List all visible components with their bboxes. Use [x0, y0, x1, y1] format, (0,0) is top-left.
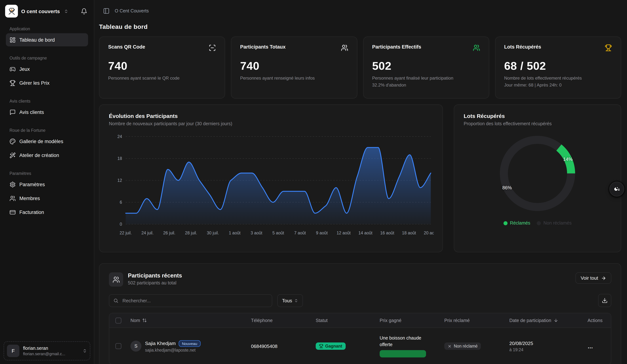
user-menu[interactable]: F florian.seran florian.seran@gmail.c...	[4, 341, 90, 360]
donut-legend: RéclamésNon réclamés	[464, 221, 611, 226]
sidebar-item-tableau-de-bord[interactable]: Tableau de bord	[6, 33, 88, 46]
stat-value: 740	[108, 59, 216, 73]
table-row: S Sajia Khedjam Nouveau sajia.khedjam@la…	[109, 328, 611, 364]
participant-phone: 0684905408	[248, 343, 313, 349]
org-logo	[5, 5, 18, 17]
sortBoth-icon	[142, 318, 147, 323]
trophy-icon	[319, 344, 323, 348]
status-filter-select[interactable]: Tous	[277, 294, 303, 307]
sidebar-section: Outils de campagneJeuxGérer les Prix	[6, 53, 88, 90]
stat-card: Participants Effectifs 502 Personnes aya…	[363, 37, 489, 98]
chart-subtitle: Nombre de nouveaux participants par jour…	[109, 121, 433, 126]
select-all-checkbox[interactable]	[115, 318, 121, 323]
column-header-nom[interactable]: Nom	[128, 318, 248, 323]
sidebar-item-facturation[interactable]: Facturation	[6, 206, 88, 219]
donut-title: Lots Récupérés	[464, 113, 611, 119]
svg-text:16 août: 16 août	[380, 230, 394, 235]
notifications-bell-button[interactable]	[79, 6, 89, 16]
sidebar-section: Roue de la FortuneGallerie de modèlesAte…	[6, 125, 88, 162]
stat-card: Participants Totaux 740 Personnes ayant …	[231, 37, 357, 98]
topbar: O Cent Couverts	[94, 0, 627, 22]
stat-value: 68 / 502	[504, 59, 612, 73]
sidebar-section-label: Outils de campagne	[6, 53, 88, 62]
svg-text:6: 6	[120, 200, 122, 205]
column-header-actions: Actions	[585, 318, 611, 323]
sidebar-item-param-tres[interactable]: Paramètres	[6, 178, 88, 191]
svg-text:9 août: 9 août	[316, 230, 328, 235]
chat-icon	[9, 109, 16, 115]
sidebar-toggle-button[interactable]	[102, 7, 110, 15]
stat-card: Scans QR Code 740 Personnes ayant scanné…	[99, 37, 225, 98]
recent-participants-card: Participants récents 502 participants au…	[99, 263, 621, 364]
user-name: florian.seran	[23, 345, 78, 351]
users-icon	[9, 195, 16, 201]
search-input[interactable]	[122, 297, 268, 304]
users-icon	[473, 44, 480, 51]
stat-desc: Personnes ayant renseigné leurs infos	[240, 75, 348, 81]
stat-desc: Nombre de lots effectivement récupérés	[504, 75, 612, 81]
arrow-right-icon	[601, 275, 606, 280]
section-title: Participants récents	[128, 272, 182, 279]
avatar: F	[7, 345, 19, 357]
scan-icon	[209, 44, 216, 51]
chevrons-up-down-icon	[64, 9, 68, 13]
stat-title: Lots Récupérés	[504, 44, 541, 50]
bell-icon	[81, 8, 87, 14]
chart-title: Évolution des Participants	[109, 113, 433, 119]
new-badge: Nouveau	[179, 340, 201, 347]
chevrons-up-down-icon	[83, 349, 87, 353]
column-header-date-de-participation[interactable]: Date de participation	[506, 318, 585, 323]
stat-title: Scans QR Code	[108, 44, 145, 50]
svg-text:24: 24	[117, 134, 122, 139]
sidebar-item-g-rer-les-prix[interactable]: Gérer les Prix	[6, 76, 88, 90]
svg-text:24 juil.: 24 juil.	[141, 230, 154, 235]
breadcrumb: O Cent Couverts	[115, 8, 149, 13]
stat-desc: Personnes ayant scanné le QR code	[108, 75, 216, 81]
participants-evolution-card: Évolution des Participants Nombre de nou…	[99, 104, 443, 252]
gear-icon	[9, 181, 16, 187]
sidebar-item-membres[interactable]: Membres	[6, 192, 88, 205]
sidebar-section-label: Avis clients	[6, 96, 88, 105]
column-header-prix-gagn-: Prix gagné	[377, 318, 441, 323]
table-body: S Sajia Khedjam Nouveau sajia.khedjam@la…	[109, 328, 611, 364]
sidebar-nav: ApplicationTableau de bordOutils de camp…	[0, 22, 94, 338]
pie-options-icon	[614, 186, 620, 192]
stat-value: 740	[240, 59, 348, 73]
lots-donut-card: Lots Récupérés Proportion des lots effec…	[454, 104, 621, 252]
chart-settings-fab[interactable]	[610, 182, 624, 196]
user-email: florian.seran@gmail.c...	[23, 351, 66, 356]
export-download-button[interactable]	[598, 294, 611, 307]
sidebar-section-label: Paramètres	[6, 168, 88, 178]
sidebar-item-avis-clients[interactable]: Avis clients	[6, 105, 88, 119]
column-header-statut: Statut	[313, 318, 377, 323]
stat-cards-row: Scans QR Code 740 Personnes ayant scanné…	[99, 37, 621, 98]
download-icon	[602, 298, 608, 303]
sidebar-item-jeux[interactable]: Jeux	[6, 62, 88, 76]
participant-email: sajia.khedjam@laposte.net	[145, 348, 201, 352]
org-switcher[interactable]: O cent couverts	[0, 0, 94, 22]
sidebar-item-atelier-de-cr-ation[interactable]: Atelier de création	[6, 149, 88, 162]
svg-text:12: 12	[117, 178, 122, 183]
svg-text:12 août: 12 août	[337, 230, 351, 235]
main-area: O Cent Couverts Tableau de bord Scans QR…	[94, 0, 627, 364]
sidebar-section-label: Application	[6, 24, 88, 33]
view-all-button[interactable]: Voir tout	[576, 272, 611, 284]
participant-name: Sajia Khedjam	[145, 341, 176, 346]
svg-text:14 août: 14 août	[359, 230, 372, 235]
prize-won: Une boisson chaude offerte	[380, 335, 434, 348]
x-icon	[448, 344, 452, 348]
sidebar-section: Avis clientsAvis clients	[6, 96, 88, 119]
stat-card: Lots Récupérés 68 / 502 Nombre de lots e…	[495, 37, 621, 98]
row-checkbox[interactable]	[115, 343, 121, 349]
sidebar-section: ParamètresParamètresMembresFacturation	[6, 168, 88, 219]
users-icon	[341, 44, 348, 51]
sidebar-section: ApplicationTableau de bord	[6, 24, 88, 46]
card-icon	[9, 209, 16, 215]
sidebar-item-gallerie-de-mod-les[interactable]: Gallerie de modèles	[6, 135, 88, 148]
stat-title: Participants Effectifs	[372, 44, 421, 50]
row-actions-button[interactable]: …	[587, 343, 593, 349]
palette-icon	[9, 138, 16, 144]
donut-percent-label: 86%	[502, 185, 512, 190]
trophy-icon	[9, 80, 16, 86]
org-name: O cent couverts	[21, 8, 60, 14]
